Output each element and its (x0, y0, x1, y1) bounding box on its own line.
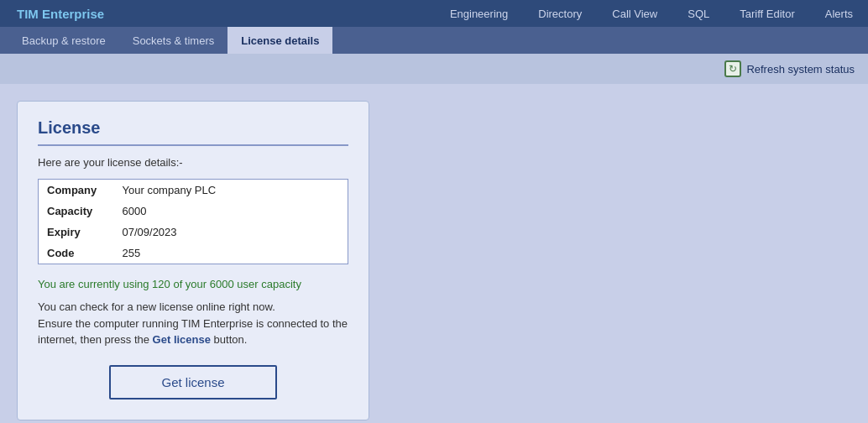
license-title: License (38, 118, 348, 146)
main-content: License Here are your license details:- … (0, 84, 868, 423)
license-subtitle: Here are your license details:- (38, 156, 348, 169)
nav-callview[interactable]: Call View (597, 0, 672, 27)
field-capacity-value: 6000 (114, 201, 348, 222)
field-expiry-label: Expiry (39, 222, 114, 243)
table-row: Capacity 6000 (39, 201, 348, 222)
table-row: Company Your company PLC (39, 180, 348, 201)
sub-nav-backup[interactable]: Backup & restore (8, 27, 119, 54)
get-license-button[interactable]: Get license (109, 365, 277, 400)
refresh-icon: ↻ (724, 60, 741, 77)
top-nav: TIM Enterprise Engineering Directory Cal… (0, 0, 868, 27)
field-company-value: Your company PLC (114, 180, 348, 201)
toolbar: ↻ Refresh system status (0, 54, 868, 84)
sub-nav: Backup & restore Sockets & timers Licens… (0, 27, 868, 54)
refresh-label: Refresh system status (746, 63, 855, 76)
field-code-value: 255 (114, 243, 348, 264)
info-link: Get license (153, 333, 211, 346)
nav-alerts[interactable]: Alerts (810, 0, 868, 27)
nav-sql[interactable]: SQL (672, 0, 724, 27)
refresh-system-status-button[interactable]: ↻ Refresh system status (724, 60, 855, 77)
sub-nav-license[interactable]: License details (227, 27, 332, 54)
nav-engineering[interactable]: Engineering (435, 0, 523, 27)
nav-directory[interactable]: Directory (523, 0, 597, 27)
license-info-text: You can check for a new license online r… (38, 299, 348, 348)
license-status-text: You are currently using 120 of your 6000… (38, 278, 348, 290)
field-company-label: Company (39, 180, 114, 201)
nav-items: Engineering Directory Call View SQL Tari… (435, 0, 868, 27)
info-line3: button. (211, 333, 247, 346)
info-line1: You can check for a new license online r… (38, 300, 275, 313)
app-logo: TIM Enterprise (0, 7, 121, 21)
field-capacity-label: Capacity (39, 201, 114, 222)
license-card: License Here are your license details:- … (17, 101, 369, 420)
brand-suffix: Enterprise (39, 7, 104, 21)
license-table: Company Your company PLC Capacity 6000 E… (38, 179, 348, 264)
sub-nav-sockets[interactable]: Sockets & timers (119, 27, 228, 54)
brand-highlight: TIM (17, 7, 39, 21)
table-row: Code 255 (39, 243, 348, 264)
nav-tariff-editor[interactable]: Tariff Editor (724, 0, 810, 27)
field-code-label: Code (39, 243, 114, 264)
table-row: Expiry 07/09/2023 (39, 222, 348, 243)
field-expiry-value: 07/09/2023 (114, 222, 348, 243)
